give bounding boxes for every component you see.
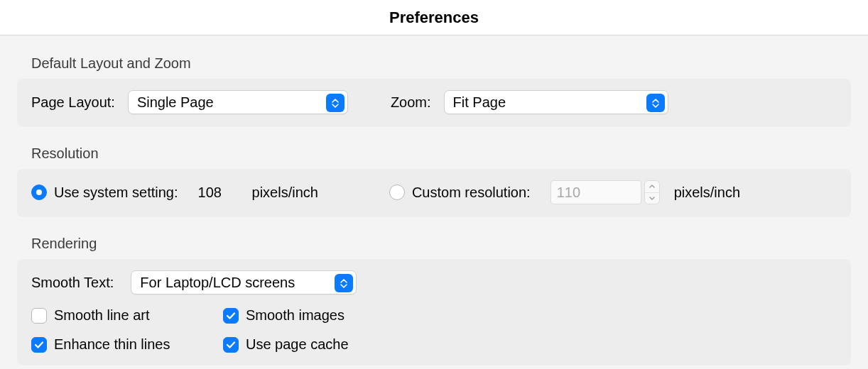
page-layout-label: Page Layout: bbox=[31, 94, 115, 111]
smooth-line-art-label: Smooth line art bbox=[54, 307, 150, 324]
custom-resolution-stepper[interactable] bbox=[644, 180, 660, 204]
content-area: Default Layout and Zoom Page Layout: Sin… bbox=[0, 35, 868, 369]
use-page-cache-label: Use page cache bbox=[246, 336, 349, 353]
stepper-down-icon bbox=[645, 193, 659, 204]
checkbox-use-page-cache[interactable] bbox=[223, 337, 239, 353]
enhance-thin-lines-label: Enhance thin lines bbox=[54, 336, 170, 353]
chevron-up-down-icon bbox=[335, 274, 353, 292]
window-title: Preferences bbox=[389, 9, 479, 27]
use-system-label: Use system setting: bbox=[54, 184, 178, 201]
panel-resolution: Use system setting: 108 pixels/inch Cust… bbox=[17, 169, 851, 217]
checkbox-smooth-images[interactable] bbox=[223, 308, 239, 324]
custom-resolution-input[interactable] bbox=[550, 180, 641, 204]
radio-custom-resolution[interactable] bbox=[389, 184, 405, 200]
smooth-text-select[interactable]: For Laptop/LCD screens bbox=[131, 270, 357, 294]
custom-resolution-unit: pixels/inch bbox=[674, 184, 740, 201]
checkbox-smooth-line-art[interactable] bbox=[31, 308, 47, 324]
stepper-up-icon bbox=[645, 181, 659, 193]
section-heading-rendering: Rendering bbox=[31, 236, 851, 252]
zoom-select[interactable]: Fit Page bbox=[444, 90, 668, 114]
custom-resolution-label: Custom resolution: bbox=[412, 184, 531, 201]
chevron-up-down-icon bbox=[326, 94, 345, 112]
system-resolution-unit: pixels/inch bbox=[252, 184, 318, 201]
chevron-up-down-icon bbox=[646, 94, 665, 112]
window-titlebar: Preferences bbox=[0, 0, 868, 35]
checkbox-enhance-thin-lines[interactable] bbox=[31, 337, 47, 353]
zoom-value: Fit Page bbox=[453, 94, 506, 111]
smooth-text-label: Smooth Text: bbox=[31, 275, 114, 291]
page-layout-select[interactable]: Single Page bbox=[128, 90, 348, 114]
section-heading-layout: Default Layout and Zoom bbox=[31, 55, 851, 72]
smooth-text-value: For Laptop/LCD screens bbox=[140, 275, 295, 291]
radio-use-system[interactable] bbox=[31, 184, 47, 200]
system-resolution-value: 108 bbox=[198, 184, 238, 201]
smooth-images-label: Smooth images bbox=[246, 307, 345, 324]
panel-rendering: Smooth Text: For Laptop/LCD screens Smoo… bbox=[17, 259, 851, 365]
section-heading-resolution: Resolution bbox=[31, 145, 851, 162]
zoom-label: Zoom: bbox=[391, 94, 431, 111]
panel-layout: Page Layout: Single Page Zoom: Fit Page bbox=[17, 79, 851, 127]
page-layout-value: Single Page bbox=[137, 94, 214, 111]
